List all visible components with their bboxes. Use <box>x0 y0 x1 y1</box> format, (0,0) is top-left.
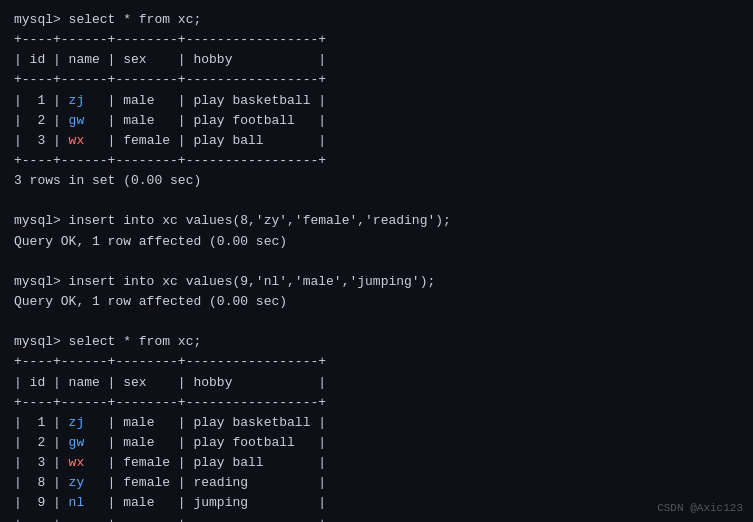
prompt-1: mysql> <box>14 12 69 27</box>
border-4: +----+------+--------+-----------------+ <box>14 352 739 372</box>
watermark: CSDN @Axic123 <box>657 502 743 514</box>
border-5: +----+------+--------+-----------------+ <box>14 393 739 413</box>
border-2: +----+------+--------+-----------------+ <box>14 70 739 90</box>
cmd-3: insert into xc values(9,'nl','male','jum… <box>69 274 436 289</box>
row-1-1: | 1 | zj | male | play basketball | <box>14 91 739 111</box>
blank-3 <box>14 312 739 332</box>
cmd-1: select * from xc; <box>69 12 202 27</box>
row-2-4: | 8 | zy | female | reading | <box>14 473 739 493</box>
row-2-2: | 2 | gw | male | play football | <box>14 433 739 453</box>
blank-2 <box>14 252 739 272</box>
cmd-2: insert into xc values(8,'zy','female','r… <box>69 213 451 228</box>
result-3: Query OK, 1 row affected (0.00 sec) <box>14 292 739 312</box>
terminal: mysql> select * from xc; +----+------+--… <box>14 10 739 512</box>
border-1: +----+------+--------+-----------------+ <box>14 30 739 50</box>
prompt-4: mysql> <box>14 334 69 349</box>
line-3: mysql> insert into xc values(9,'nl','mal… <box>14 272 739 292</box>
blank-1 <box>14 191 739 211</box>
prompt-3: mysql> <box>14 274 69 289</box>
result-1: 3 rows in set (0.00 sec) <box>14 171 739 191</box>
row-2-5: | 9 | nl | male | jumping | <box>14 493 739 513</box>
line-1: mysql> select * from xc; <box>14 10 739 30</box>
prompt-2: mysql> <box>14 213 69 228</box>
result-2: Query OK, 1 row affected (0.00 sec) <box>14 232 739 252</box>
row-2-3: | 3 | wx | female | play ball | <box>14 453 739 473</box>
header-2: | id | name | sex | hobby | <box>14 373 739 393</box>
header-1: | id | name | sex | hobby | <box>14 50 739 70</box>
row-1-2: | 2 | gw | male | play football | <box>14 111 739 131</box>
line-2: mysql> insert into xc values(8,'zy','fem… <box>14 211 739 231</box>
border-6: +----+------+--------+-----------------+ <box>14 514 739 522</box>
row-2-1: | 1 | zj | male | play basketball | <box>14 413 739 433</box>
border-3: +----+------+--------+-----------------+ <box>14 151 739 171</box>
cmd-4: select * from xc; <box>69 334 202 349</box>
row-1-3: | 3 | wx | female | play ball | <box>14 131 739 151</box>
line-4: mysql> select * from xc; <box>14 332 739 352</box>
